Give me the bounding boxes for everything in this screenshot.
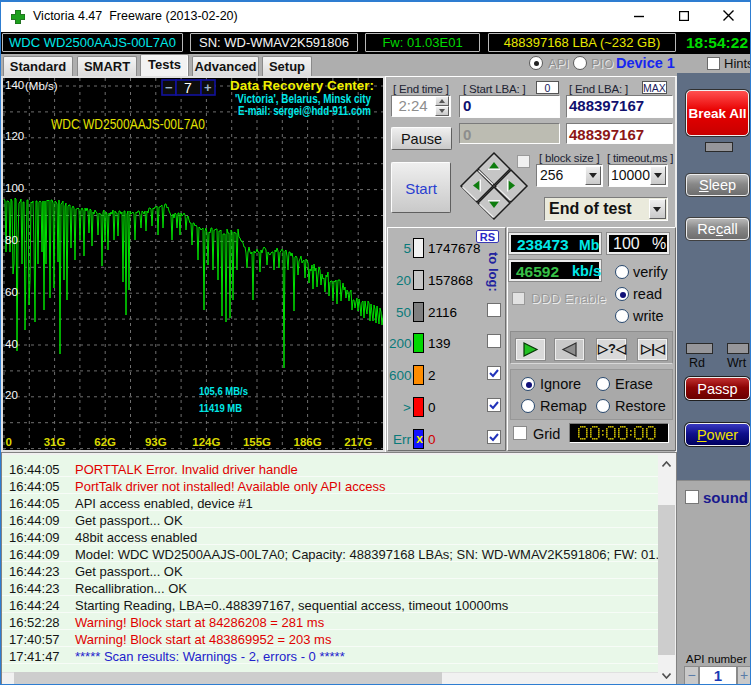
- svg-text:11419 MB: 11419 MB: [199, 402, 242, 414]
- svg-text:124G: 124G: [192, 436, 220, 448]
- svg-text:E-mail: sergei@hdd-911.com: E-mail: sergei@hdd-911.com: [238, 104, 371, 118]
- svg-text:0: 0: [6, 436, 12, 448]
- svg-text:40: 40: [5, 338, 18, 350]
- svg-text:140: 140: [5, 79, 24, 91]
- svg-text:93G: 93G: [145, 436, 167, 448]
- svg-text:120: 120: [5, 130, 24, 142]
- svg-text:100: 100: [5, 182, 24, 194]
- svg-text:31G: 31G: [44, 436, 66, 448]
- svg-text:62G: 62G: [94, 436, 116, 448]
- svg-text:Data Recovery Center:: Data Recovery Center:: [230, 78, 374, 93]
- svg-text:WDC WD2500AAJS-00L7A0: WDC WD2500AAJS-00L7A0: [51, 116, 205, 132]
- svg-text:155G: 155G: [243, 436, 271, 448]
- svg-text:7: 7: [184, 80, 192, 96]
- svg-text:105,6 MB/s: 105,6 MB/s: [199, 385, 248, 397]
- svg-text:−: −: [165, 80, 173, 95]
- svg-text:(Mb/s): (Mb/s): [25, 80, 58, 92]
- svg-text:20: 20: [5, 389, 18, 401]
- svg-text:186G: 186G: [294, 436, 322, 448]
- svg-text:80: 80: [5, 234, 18, 246]
- svg-text:60: 60: [5, 286, 18, 298]
- svg-text:+: +: [204, 80, 212, 95]
- svg-text:217G: 217G: [344, 436, 372, 448]
